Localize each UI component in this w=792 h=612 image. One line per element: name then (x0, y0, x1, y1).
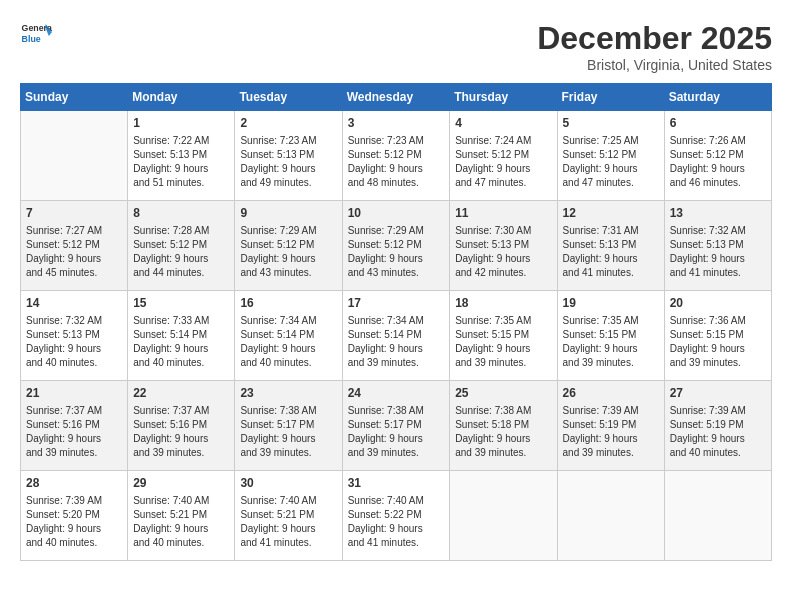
calendar-cell (450, 471, 557, 561)
calendar-cell: 1Sunrise: 7:22 AM Sunset: 5:13 PM Daylig… (128, 111, 235, 201)
calendar-cell: 8Sunrise: 7:28 AM Sunset: 5:12 PM Daylig… (128, 201, 235, 291)
day-number: 22 (133, 385, 229, 402)
day-info: Sunrise: 7:36 AM Sunset: 5:15 PM Dayligh… (670, 314, 766, 370)
day-number: 5 (563, 115, 659, 132)
calendar-cell: 17Sunrise: 7:34 AM Sunset: 5:14 PM Dayli… (342, 291, 450, 381)
day-info: Sunrise: 7:29 AM Sunset: 5:12 PM Dayligh… (240, 224, 336, 280)
calendar-cell: 28Sunrise: 7:39 AM Sunset: 5:20 PM Dayli… (21, 471, 128, 561)
calendar-cell: 21Sunrise: 7:37 AM Sunset: 5:16 PM Dayli… (21, 381, 128, 471)
day-number: 24 (348, 385, 445, 402)
location: Bristol, Virginia, United States (537, 57, 772, 73)
calendar-cell: 5Sunrise: 7:25 AM Sunset: 5:12 PM Daylig… (557, 111, 664, 201)
day-info: Sunrise: 7:22 AM Sunset: 5:13 PM Dayligh… (133, 134, 229, 190)
calendar-cell: 12Sunrise: 7:31 AM Sunset: 5:13 PM Dayli… (557, 201, 664, 291)
day-number: 14 (26, 295, 122, 312)
calendar-cell: 3Sunrise: 7:23 AM Sunset: 5:12 PM Daylig… (342, 111, 450, 201)
weekday-header-tuesday: Tuesday (235, 84, 342, 111)
day-info: Sunrise: 7:35 AM Sunset: 5:15 PM Dayligh… (455, 314, 551, 370)
day-info: Sunrise: 7:37 AM Sunset: 5:16 PM Dayligh… (26, 404, 122, 460)
weekday-header-monday: Monday (128, 84, 235, 111)
calendar-cell: 6Sunrise: 7:26 AM Sunset: 5:12 PM Daylig… (664, 111, 771, 201)
day-info: Sunrise: 7:39 AM Sunset: 5:19 PM Dayligh… (670, 404, 766, 460)
day-info: Sunrise: 7:37 AM Sunset: 5:16 PM Dayligh… (133, 404, 229, 460)
calendar-cell: 31Sunrise: 7:40 AM Sunset: 5:22 PM Dayli… (342, 471, 450, 561)
calendar-cell: 20Sunrise: 7:36 AM Sunset: 5:15 PM Dayli… (664, 291, 771, 381)
day-info: Sunrise: 7:33 AM Sunset: 5:14 PM Dayligh… (133, 314, 229, 370)
calendar-cell: 15Sunrise: 7:33 AM Sunset: 5:14 PM Dayli… (128, 291, 235, 381)
day-info: Sunrise: 7:40 AM Sunset: 5:22 PM Dayligh… (348, 494, 445, 550)
day-info: Sunrise: 7:30 AM Sunset: 5:13 PM Dayligh… (455, 224, 551, 280)
calendar-cell: 27Sunrise: 7:39 AM Sunset: 5:19 PM Dayli… (664, 381, 771, 471)
week-row-3: 14Sunrise: 7:32 AM Sunset: 5:13 PM Dayli… (21, 291, 772, 381)
day-number: 26 (563, 385, 659, 402)
weekday-header-saturday: Saturday (664, 84, 771, 111)
day-info: Sunrise: 7:23 AM Sunset: 5:13 PM Dayligh… (240, 134, 336, 190)
calendar-cell: 18Sunrise: 7:35 AM Sunset: 5:15 PM Dayli… (450, 291, 557, 381)
day-number: 2 (240, 115, 336, 132)
day-info: Sunrise: 7:38 AM Sunset: 5:17 PM Dayligh… (348, 404, 445, 460)
calendar-cell: 29Sunrise: 7:40 AM Sunset: 5:21 PM Dayli… (128, 471, 235, 561)
day-info: Sunrise: 7:32 AM Sunset: 5:13 PM Dayligh… (26, 314, 122, 370)
calendar-cell: 23Sunrise: 7:38 AM Sunset: 5:17 PM Dayli… (235, 381, 342, 471)
day-number: 13 (670, 205, 766, 222)
week-row-2: 7Sunrise: 7:27 AM Sunset: 5:12 PM Daylig… (21, 201, 772, 291)
day-number: 19 (563, 295, 659, 312)
day-number: 15 (133, 295, 229, 312)
day-number: 23 (240, 385, 336, 402)
day-number: 25 (455, 385, 551, 402)
svg-text:Blue: Blue (22, 34, 41, 44)
day-number: 18 (455, 295, 551, 312)
calendar-cell: 11Sunrise: 7:30 AM Sunset: 5:13 PM Dayli… (450, 201, 557, 291)
day-info: Sunrise: 7:27 AM Sunset: 5:12 PM Dayligh… (26, 224, 122, 280)
day-info: Sunrise: 7:31 AM Sunset: 5:13 PM Dayligh… (563, 224, 659, 280)
calendar-cell: 9Sunrise: 7:29 AM Sunset: 5:12 PM Daylig… (235, 201, 342, 291)
day-info: Sunrise: 7:32 AM Sunset: 5:13 PM Dayligh… (670, 224, 766, 280)
day-number: 1 (133, 115, 229, 132)
logo: General Blue (20, 20, 52, 48)
day-number: 9 (240, 205, 336, 222)
day-number: 12 (563, 205, 659, 222)
day-number: 27 (670, 385, 766, 402)
day-info: Sunrise: 7:34 AM Sunset: 5:14 PM Dayligh… (240, 314, 336, 370)
logo-icon: General Blue (20, 20, 52, 48)
week-row-4: 21Sunrise: 7:37 AM Sunset: 5:16 PM Dayli… (21, 381, 772, 471)
calendar-cell (557, 471, 664, 561)
month-title: December 2025 (537, 20, 772, 57)
calendar-cell (664, 471, 771, 561)
day-number: 11 (455, 205, 551, 222)
day-number: 30 (240, 475, 336, 492)
day-number: 21 (26, 385, 122, 402)
calendar-cell (21, 111, 128, 201)
week-row-5: 28Sunrise: 7:39 AM Sunset: 5:20 PM Dayli… (21, 471, 772, 561)
calendar-cell: 10Sunrise: 7:29 AM Sunset: 5:12 PM Dayli… (342, 201, 450, 291)
day-number: 7 (26, 205, 122, 222)
day-number: 31 (348, 475, 445, 492)
day-info: Sunrise: 7:39 AM Sunset: 5:20 PM Dayligh… (26, 494, 122, 550)
day-number: 16 (240, 295, 336, 312)
calendar-cell: 26Sunrise: 7:39 AM Sunset: 5:19 PM Dayli… (557, 381, 664, 471)
calendar-cell: 4Sunrise: 7:24 AM Sunset: 5:12 PM Daylig… (450, 111, 557, 201)
calendar-cell: 14Sunrise: 7:32 AM Sunset: 5:13 PM Dayli… (21, 291, 128, 381)
day-number: 17 (348, 295, 445, 312)
page-header: General Blue December 2025 Bristol, Virg… (20, 20, 772, 73)
calendar-cell: 22Sunrise: 7:37 AM Sunset: 5:16 PM Dayli… (128, 381, 235, 471)
day-number: 29 (133, 475, 229, 492)
calendar-cell: 24Sunrise: 7:38 AM Sunset: 5:17 PM Dayli… (342, 381, 450, 471)
day-info: Sunrise: 7:26 AM Sunset: 5:12 PM Dayligh… (670, 134, 766, 190)
day-info: Sunrise: 7:38 AM Sunset: 5:17 PM Dayligh… (240, 404, 336, 460)
day-info: Sunrise: 7:25 AM Sunset: 5:12 PM Dayligh… (563, 134, 659, 190)
calendar-cell: 19Sunrise: 7:35 AM Sunset: 5:15 PM Dayli… (557, 291, 664, 381)
day-number: 4 (455, 115, 551, 132)
day-number: 6 (670, 115, 766, 132)
day-info: Sunrise: 7:40 AM Sunset: 5:21 PM Dayligh… (240, 494, 336, 550)
day-info: Sunrise: 7:34 AM Sunset: 5:14 PM Dayligh… (348, 314, 445, 370)
day-info: Sunrise: 7:38 AM Sunset: 5:18 PM Dayligh… (455, 404, 551, 460)
week-row-1: 1Sunrise: 7:22 AM Sunset: 5:13 PM Daylig… (21, 111, 772, 201)
calendar-cell: 25Sunrise: 7:38 AM Sunset: 5:18 PM Dayli… (450, 381, 557, 471)
calendar-cell: 13Sunrise: 7:32 AM Sunset: 5:13 PM Dayli… (664, 201, 771, 291)
day-info: Sunrise: 7:39 AM Sunset: 5:19 PM Dayligh… (563, 404, 659, 460)
day-info: Sunrise: 7:29 AM Sunset: 5:12 PM Dayligh… (348, 224, 445, 280)
weekday-header-wednesday: Wednesday (342, 84, 450, 111)
weekday-header-row: SundayMondayTuesdayWednesdayThursdayFrid… (21, 84, 772, 111)
day-info: Sunrise: 7:24 AM Sunset: 5:12 PM Dayligh… (455, 134, 551, 190)
